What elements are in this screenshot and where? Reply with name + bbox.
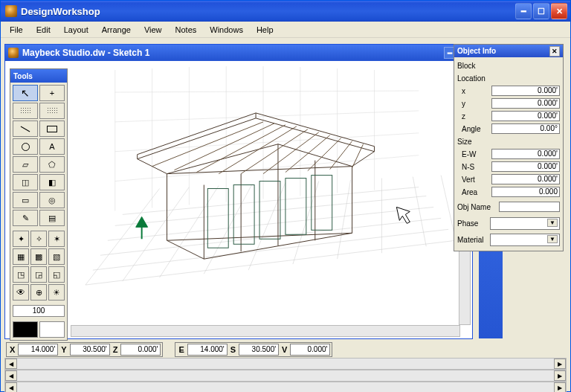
tool-slab[interactable]: ◎: [39, 192, 65, 208]
svg-line-26: [115, 133, 419, 152]
tool-hatch[interactable]: [13, 103, 38, 119]
tools-palette[interactable]: Tools ↖ + A ▱ ⬠ ◫ ◧ ▭ ◎ ✎: [10, 68, 68, 341]
tool-target[interactable]: ⊕: [30, 284, 47, 301]
line-icon: [21, 126, 30, 132]
pointer-icon: ↖: [21, 87, 30, 99]
minimize-button[interactable]: ━: [515, 3, 532, 19]
dropdown-phase[interactable]: [490, 217, 560, 230]
tool-grid-8[interactable]: ◲: [30, 266, 47, 283]
document-window: Maybeck Studio.dw - Sketch 1 ━ ☐ Tools ↖…: [4, 44, 473, 339]
document-titlebar[interactable]: Maybeck Studio.dw - Sketch 1 ━ ☐: [5, 45, 472, 61]
tool-grid-1[interactable]: ✦: [13, 231, 29, 247]
tool-line[interactable]: [13, 121, 38, 137]
coord-label-x: X: [8, 345, 16, 354]
tool-block[interactable]: ▱: [13, 156, 38, 173]
app-title: DesignWorkshop: [21, 6, 515, 17]
tool-select[interactable]: ↖: [13, 85, 38, 101]
label-ns: N-S: [457, 163, 491, 171]
menu-view[interactable]: View: [138, 24, 168, 36]
svg-line-43: [352, 144, 364, 168]
svg-line-28: [167, 167, 352, 174]
label-x: x: [457, 87, 491, 95]
tool-grid-7[interactable]: ◳: [13, 266, 29, 283]
color-white[interactable]: [39, 321, 65, 338]
coord-value-s[interactable]: 30.500': [239, 344, 279, 356]
svg-rect-48: [312, 176, 332, 231]
object-type-label: Block: [457, 62, 491, 70]
texture-icon: [47, 107, 57, 115]
object-info-panel[interactable]: Object Info ✕ Block Location x0.000' y0.…: [454, 44, 564, 251]
stacked-scrollbar-2[interactable]: ◀▶: [4, 370, 567, 382]
tool-crosshair[interactable]: +: [39, 85, 65, 101]
value-x[interactable]: 0.000': [491, 86, 560, 96]
dropdown-material[interactable]: [490, 234, 560, 246]
zoom-value[interactable]: 100: [13, 305, 65, 317]
maximize-button[interactable]: ☐: [533, 3, 549, 19]
menu-help[interactable]: Help: [251, 24, 280, 36]
tool-eye[interactable]: 👁: [13, 284, 29, 301]
object-info-titlebar[interactable]: Object Info ✕: [454, 45, 563, 57]
menu-file[interactable]: File: [4, 24, 29, 36]
value-ns[interactable]: 0.000': [491, 161, 560, 172]
value-area[interactable]: 0.000: [491, 187, 560, 197]
canvas-scrollbar-horizontal[interactable]: [71, 325, 460, 337]
canvas-viewport[interactable]: [71, 62, 471, 324]
menu-arrange[interactable]: Arrange: [96, 24, 137, 36]
coordinate-bar: X14.000' Y30.500' Z0.000' E14.000' S30.5…: [4, 343, 567, 356]
object-info-close-button[interactable]: ✕: [549, 46, 560, 57]
tool-grid-9[interactable]: ◱: [48, 266, 65, 283]
svg-line-1: [93, 229, 448, 270]
tree-marker: [136, 216, 148, 239]
value-z[interactable]: 0.000': [491, 111, 560, 121]
app-icon: [5, 5, 17, 17]
svg-line-7: [123, 187, 190, 282]
svg-line-36: [196, 125, 286, 173]
value-y[interactable]: 0.000': [491, 98, 560, 109]
label-vert: Vert: [457, 176, 491, 184]
tool-rect[interactable]: [39, 121, 65, 137]
tool-grid-6[interactable]: ▧: [48, 248, 65, 265]
tool-extrude[interactable]: ◫: [13, 174, 38, 190]
close-button[interactable]: ✕: [551, 3, 567, 19]
label-z: z: [457, 112, 491, 121]
hatch-icon: [20, 107, 30, 115]
circle-icon: [22, 143, 30, 151]
svg-line-14: [413, 177, 426, 247]
coord-value-v[interactable]: 0.000': [290, 344, 330, 356]
value-objname[interactable]: [499, 202, 560, 212]
tools-title: Tools: [10, 69, 67, 83]
client-area: Maybeck Studio.dw - Sketch 1 ━ ☐ Tools ↖…: [3, 39, 568, 389]
tool-poly[interactable]: ⬠: [39, 156, 65, 173]
value-ew[interactable]: 0.000': [491, 149, 560, 159]
tool-eyedrop[interactable]: ✎: [13, 210, 38, 226]
tool-grid-5[interactable]: ▩: [30, 248, 47, 265]
tool-sun[interactable]: ☀: [48, 284, 65, 301]
svg-line-3: [108, 207, 433, 240]
coord-value-e[interactable]: 14.000': [187, 344, 228, 356]
tool-wall[interactable]: ▭: [13, 192, 38, 208]
stacked-scrollbar-3[interactable]: ◀▶: [4, 382, 567, 392]
stacked-scrollbar-1[interactable]: ◀▶: [4, 358, 567, 370]
coord-value-x[interactable]: 14.000': [18, 344, 58, 356]
tool-text[interactable]: A: [39, 138, 65, 155]
tool-grid-3[interactable]: ✶: [48, 231, 65, 247]
menu-layout[interactable]: Layout: [58, 24, 94, 36]
tool-paint[interactable]: ▤: [39, 210, 65, 226]
value-angle[interactable]: 0.00°: [491, 123, 560, 134]
menu-edit[interactable]: Edit: [30, 24, 57, 36]
label-material: Material: [457, 236, 490, 244]
menu-windows[interactable]: Windows: [204, 24, 249, 36]
tool-erase[interactable]: ◧: [39, 174, 65, 190]
menu-notes[interactable]: Notes: [170, 24, 203, 36]
tool-grid-4[interactable]: ▦: [13, 248, 29, 265]
coord-value-z[interactable]: 0.000': [120, 344, 161, 356]
tool-circle[interactable]: [13, 138, 38, 155]
coord-label-e: E: [177, 345, 185, 354]
tool-grid-2[interactable]: ✧: [30, 231, 47, 247]
coord-value-y[interactable]: 30.500': [70, 344, 110, 356]
color-black[interactable]: [13, 321, 38, 338]
titlebar[interactable]: DesignWorkshop ━ ☐ ✕: [1, 1, 570, 22]
value-vert[interactable]: 0.000': [491, 174, 560, 184]
tool-texture[interactable]: [39, 103, 65, 119]
document-icon: [8, 48, 19, 58]
